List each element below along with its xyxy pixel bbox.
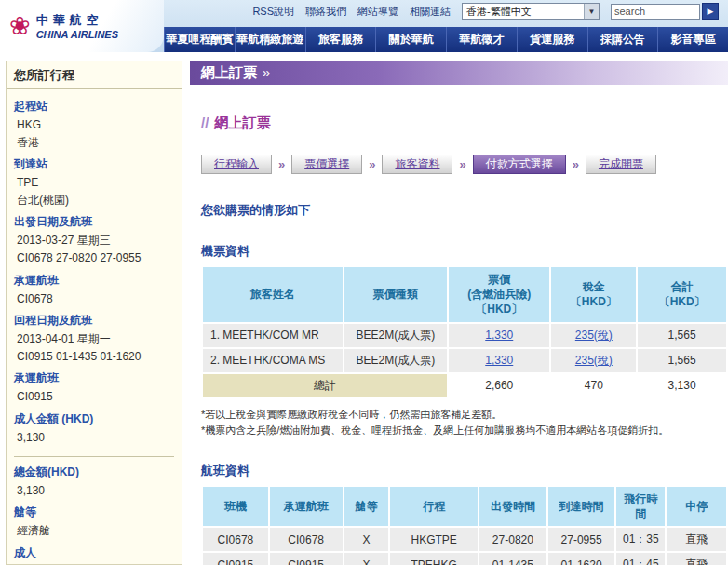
flight-header-row: 班機 承運航班 艙等 行程 出發時間 到達時間 飛行時間 中停 [203, 487, 726, 526]
col-departure-time: 出發時間 [479, 487, 546, 526]
flight-time: 01：35 [616, 528, 665, 551]
passenger-name: 1. MEETHK/COM MR [203, 324, 343, 347]
col-operating-flight: 承運航班 [270, 487, 343, 526]
flight-time: 01：45 [616, 553, 665, 565]
step-fare-selection[interactable]: 票價選擇 [291, 155, 362, 174]
col-cabin: 艙等 [344, 487, 389, 526]
search-input[interactable] [611, 4, 700, 20]
tax-link[interactable]: 235(稅) [575, 329, 613, 342]
fare-cell: 1,330 [449, 324, 549, 347]
search-go-button[interactable]: ▶ [702, 3, 719, 20]
title-slashes-icon: // [201, 114, 209, 130]
stopover: 直飛 [667, 528, 726, 551]
row-total: 1,565 [638, 349, 726, 372]
logo-cn-text: 中華航空 [36, 12, 118, 29]
step-arrow-icon: » [278, 157, 285, 171]
col-total: 合計 〔HKD〕 [638, 267, 726, 322]
flight-section-title: 航班資料 [201, 463, 728, 479]
nav-item-cargo[interactable]: 貨運服務 [517, 27, 587, 52]
itinerary-sidebar: 您所訂行程 起程站 HKG 香港 到達站 TPE 台北(桃園) 出發日期及航班 … [6, 61, 182, 565]
banner-chevron-icon: » [263, 64, 270, 80]
col-fare: 票價 (含燃油兵險) 〔HKD〕 [449, 267, 549, 322]
route: HKGTPE [390, 528, 478, 551]
search-area: ▶ [611, 3, 719, 20]
china-airlines-logo[interactable]: ❀ 中華航空 CHINA AIRLINES [0, 0, 164, 52]
sidebar-group-operating-flight-1: 承運航班 CI0678 [14, 273, 174, 308]
col-passenger-name: 旅客姓名 [203, 267, 343, 322]
intro-text: 您欲購票的情形如下 [201, 202, 728, 219]
sidebar-group-operating-flight-2: 承運航班 CI0915 [14, 370, 174, 406]
step-payment-method[interactable]: 付款方式選擇 [473, 155, 566, 174]
main-nav: 華夏哩程酬賓 華航精緻旅遊 旅客服務 關於華航 華航徵才 貨運服務 採購公告 影… [164, 27, 728, 52]
step-ticket-complete[interactable]: 完成開票 [586, 155, 656, 174]
cabin-code: X [344, 528, 389, 551]
fare-link[interactable]: 1,330 [485, 329, 513, 342]
page-title: // 網上訂票 [201, 114, 728, 132]
sidebar-group-origin: 起程站 HKG 香港 [14, 99, 174, 151]
chevron-down-icon[interactable]: ▼ [584, 4, 599, 19]
fare-type: BEE2M(成人票) [344, 349, 448, 372]
total-fare: 2,660 [449, 374, 549, 397]
ticket-total-row: 總計 2,660 470 3,130 [203, 374, 726, 397]
fare-link[interactable]: 1,330 [485, 354, 513, 367]
language-select-value: 香港-繁體中文 [463, 5, 584, 19]
link-contact[interactable]: 聯絡我們 [305, 5, 346, 19]
col-fare-type: 票價種類 [344, 267, 448, 322]
nav-item-passenger-service[interactable]: 旅客服務 [305, 27, 376, 52]
row-total: 1,565 [638, 324, 726, 347]
link-related[interactable]: 相關連結 [410, 5, 451, 19]
sidebar-group-total-amount: 總金額(HKD) 3,130 [14, 456, 174, 500]
sidebar-group-depart-flight: 出發日期及航班 2013-03-27 星期三 CI0678 27-0820 27… [14, 214, 174, 266]
plum-blossom-icon: ❀ [9, 14, 31, 39]
ticket-section-title: 機票資料 [201, 243, 728, 260]
ticket-row: 2. MEETHK/COMA MS BEE2M(成人票) 1,330 235(稅… [203, 349, 726, 372]
ticket-notes: *若以上稅金與實際應繳政府稅金不同時，仍然需由旅客補足差額。 *機票內含之兵險/… [201, 407, 728, 438]
flight-row: CI0678 CI0678 X HKGTPE 27-0820 27-0955 0… [203, 528, 726, 551]
operating-flight-no: CI0915 [270, 553, 343, 565]
sidebar-group-adults: 成人 2 [14, 545, 174, 565]
nav-item-media[interactable]: 影音專區 [657, 27, 728, 52]
total-sum: 3,130 [638, 374, 726, 397]
sidebar-group-adult-amount: 成人金額 (HKD) 3,130 [14, 411, 174, 447]
sidebar-group-destination: 到達站 TPE 台北(桃園) [14, 156, 174, 209]
fare-type: BEE2M(成人票) [344, 324, 448, 347]
nav-item-careers[interactable]: 華航徵才 [446, 27, 517, 52]
note-line: *若以上稅金與實際應繳政府稅金不同時，仍然需由旅客補足差額。 [201, 407, 728, 423]
sidebar-group-return-flight: 回程日期及航班 2013-04-01 星期一 CI0915 01-1435 01… [14, 313, 174, 365]
nav-item-about[interactable]: 關於華航 [375, 27, 446, 52]
sidebar-title: 您所訂行程 [7, 61, 182, 89]
total-label: 總計 [203, 374, 447, 397]
arrival-time: 27-0955 [548, 528, 615, 551]
booking-steps: 行程輸入 » 票價選擇 » 旅客資料 » 付款方式選擇 » 完成開票 [201, 155, 728, 174]
col-tax: 稅金 〔HKD〕 [551, 267, 636, 322]
step-passenger-info[interactable]: 旅客資料 [382, 155, 452, 174]
departure-time: 27-0820 [479, 528, 546, 551]
cabin-code: X [344, 553, 389, 565]
nav-item-mileage[interactable]: 華夏哩程酬賓 [164, 27, 235, 52]
operating-flight-no: CI0678 [270, 528, 343, 551]
sidebar-group-cabin-class: 艙等 經濟艙 [14, 504, 174, 540]
col-route: 行程 [390, 487, 478, 526]
logo-en-text: CHINA AIRLINES [36, 29, 118, 40]
nav-item-procurement[interactable]: 採購公告 [587, 27, 658, 52]
language-select[interactable]: 香港-繁體中文 ▼ [462, 3, 600, 20]
tax-link[interactable]: 235(稅) [575, 354, 613, 367]
ticket-row: 1. MEETHK/COM MR BEE2M(成人票) 1,330 235(稅)… [203, 324, 726, 347]
step-arrow-icon: » [573, 157, 579, 171]
link-sitemap[interactable]: 網站導覽 [357, 5, 398, 19]
ticket-table: 旅客姓名 票價種類 票價 (含燃油兵險) 〔HKD〕 稅金 〔HKD〕 合計 〔… [201, 265, 728, 399]
passenger-name: 2. MEETHK/COMA MS [203, 349, 343, 372]
tax-cell: 235(稅) [551, 349, 636, 372]
col-flight-time: 飛行時間 [616, 487, 665, 526]
nav-item-travel[interactable]: 華航精緻旅遊 [235, 27, 305, 52]
link-rss[interactable]: RSS說明 [252, 5, 294, 19]
col-stopover: 中停 [667, 487, 726, 526]
ticket-header-row: 旅客姓名 票價種類 票價 (含燃油兵險) 〔HKD〕 稅金 〔HKD〕 合計 〔… [203, 267, 726, 322]
departure-time: 01-1435 [479, 553, 546, 565]
page-header: RSS說明 聯絡我們 網站導覽 相關連結 香港-繁體中文 ▼ ▶ ❀ 中華航空 … [0, 0, 728, 52]
route: TPEHKG [390, 553, 478, 565]
page-banner: 網上訂票» [190, 61, 728, 85]
note-line: *機票內含之兵險/燃油附加費、稅金、哩程折抵金、及網上任何加購服務均不適用本網站… [201, 423, 728, 438]
flight-row: CI0915 CI0915 X TPEHKG 01-1435 01-1620 0… [203, 553, 726, 565]
step-itinerary[interactable]: 行程輸入 [201, 155, 272, 174]
